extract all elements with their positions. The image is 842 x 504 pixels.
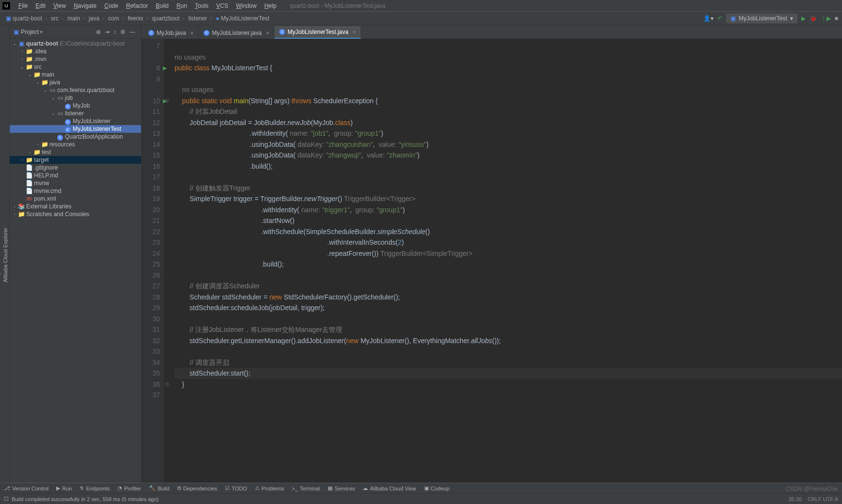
menu-edit[interactable]: Edit xyxy=(32,2,49,9)
code-line-13[interactable]: .withIdentity( name: "job1", group: "gro… xyxy=(175,128,842,139)
tab-MyJobListener.java[interactable]: CMyJobListener.java× xyxy=(199,27,274,39)
debug-icon[interactable]: 🐞 xyxy=(810,15,817,22)
tree-extlib[interactable]: ›📚External Libraries xyxy=(10,203,141,210)
left-tab-project[interactable]: Project xyxy=(0,224,1,286)
code-line-7[interactable] xyxy=(175,41,842,52)
run-config-dropdown[interactable]: ▣ MyJobListenerTest ▾ xyxy=(726,14,797,23)
menu-run[interactable]: Run xyxy=(173,2,191,9)
project-title[interactable]: Project xyxy=(21,29,39,35)
code-line-28[interactable]: Scheduler stdScheduler = new StdSchedule… xyxy=(175,292,842,303)
breadcrumb-java[interactable]: java xyxy=(87,15,106,22)
toolwin-version-control[interactable]: ⎇Version Control xyxy=(4,485,48,491)
tree-item--gitignore[interactable]: 📄.gitignore xyxy=(10,164,141,172)
toolwin-codeup[interactable]: ▣Codeup xyxy=(424,485,450,491)
breadcrumb-MyJobListenerTest[interactable]: ● MyJobListenerTest xyxy=(214,15,271,22)
code-line-22[interactable]: .withSchedule(SimpleScheduleBuilder.simp… xyxy=(175,226,842,237)
tab-MyJobListenerTest.java[interactable]: CMyJobListenerTest.java× xyxy=(274,26,361,39)
code-line-33[interactable] xyxy=(175,346,842,357)
left-tab-alibaba-cloud-explorer[interactable]: Alibaba Cloud Explorer xyxy=(1,224,9,286)
code-line-29[interactable]: stdScheduler.scheduleJob(jobDetail, trig… xyxy=(175,302,842,314)
code-body[interactable]: no usagespublic class MyJobListenerTest … xyxy=(164,39,842,483)
code-line-21[interactable]: .startNow() xyxy=(175,215,842,226)
menu-help[interactable]: Help xyxy=(260,2,280,9)
tree-item-target[interactable]: ›📁target xyxy=(10,156,141,164)
close-icon[interactable]: × xyxy=(191,30,193,36)
menu-vcs[interactable]: VCS xyxy=(212,2,232,9)
code-line-usage[interactable]: no usages xyxy=(175,52,842,63)
code-line-37[interactable] xyxy=(175,390,842,401)
tree-item-pom-xml[interactable]: mpom.xml xyxy=(10,195,141,203)
menu-window[interactable]: Window xyxy=(232,2,261,9)
project-tree[interactable]: ⌄▣quartz-boot E:\Code\mca\quartz-boot›📁.… xyxy=(10,39,141,483)
code-line-25[interactable]: .build(); xyxy=(175,259,842,270)
code-line-11[interactable]: // 封装JobDetail xyxy=(175,106,842,117)
code-line-30[interactable] xyxy=(175,314,842,325)
tree-item-HELP-md[interactable]: 📄HELP.md xyxy=(10,172,141,179)
close-icon[interactable]: × xyxy=(266,30,269,36)
tree-item-listener[interactable]: ⌄▭listener xyxy=(10,110,141,117)
toolwin-endpoints[interactable]: ↯Endpoints xyxy=(79,485,110,491)
toolwin-build[interactable]: 🔨Build xyxy=(149,485,169,491)
tree-root[interactable]: ⌄▣quartz-boot E:\Code\mca\quartz-boot xyxy=(10,40,141,47)
code-line-14[interactable]: .usingJobData( dataKey: "zhangcuishan", … xyxy=(175,139,842,150)
toolwin-terminal[interactable]: >_Terminal xyxy=(292,486,320,491)
toolwin-services[interactable]: ▦Services xyxy=(328,485,355,491)
code-line-16[interactable]: .build(); xyxy=(175,161,842,172)
more-run-icon[interactable]: ⋮▶ xyxy=(821,15,831,22)
tree-item-main[interactable]: ⌄📁main xyxy=(10,71,141,79)
menu-build[interactable]: Build xyxy=(152,2,173,9)
tree-item-mvnw[interactable]: 📄mvnw xyxy=(10,179,141,187)
code-line-34[interactable]: // 调度器开启 xyxy=(175,357,842,368)
run-icon[interactable]: ▶ xyxy=(801,15,806,22)
code-line-36[interactable]: ⊟ } xyxy=(175,379,842,390)
menu-navigate[interactable]: Navigate xyxy=(70,2,100,9)
breadcrumb-listener[interactable]: listener xyxy=(187,15,214,22)
tree-item--idea[interactable]: ›📁.idea xyxy=(10,47,141,55)
user-icon[interactable]: 👤▾ xyxy=(703,15,714,22)
tree-item-MyJob[interactable]: CMyJob xyxy=(10,102,141,110)
tree-item-job[interactable]: ⌄▭job xyxy=(10,94,141,102)
reload-icon[interactable]: ↶ xyxy=(717,15,722,22)
code-line-23[interactable]: .withIntervalInSeconds(2) xyxy=(175,237,842,248)
code-line-17[interactable] xyxy=(175,172,842,183)
close-icon[interactable]: × xyxy=(353,29,356,35)
breadcrumb-quartz-boot[interactable]: ▣ quartz-boot xyxy=(4,15,49,22)
toolwin-profiler[interactable]: ◔Profiler xyxy=(117,485,141,491)
menu-code[interactable]: Code xyxy=(100,2,122,9)
menu-refactor[interactable]: Refactor xyxy=(122,2,152,9)
tree-item--mvn[interactable]: ›📁.mvn xyxy=(10,55,141,63)
menu-file[interactable]: File xyxy=(15,2,32,9)
tree-item-MyJobListenerTest[interactable]: CMyJobListenerTest xyxy=(10,125,141,133)
breadcrumb-quartzboot[interactable]: quartzboot xyxy=(150,15,187,22)
status-position[interactable]: 35:30 xyxy=(789,496,802,502)
tree-item-com-feenix-quartzboot[interactable]: ⌄▭com.feenix.quartzboot xyxy=(10,86,141,94)
code-line-31[interactable]: // 注册JobListener，将Listener交给Manager去管理 xyxy=(175,324,842,335)
code-line-10[interactable]: ⊟ public static void main(String[] args)… xyxy=(175,95,842,107)
code-line-35[interactable]: stdScheduler.start(); xyxy=(175,368,842,379)
tab-MyJob.java[interactable]: CMyJob.java× xyxy=(143,27,199,39)
toolwin-dependencies[interactable]: ⧉Dependencies xyxy=(177,485,217,491)
breadcrumb-com[interactable]: com xyxy=(106,15,126,22)
expand-icon[interactable]: ⇥ xyxy=(103,29,111,35)
gear-icon[interactable]: ⚙ xyxy=(118,29,127,35)
breadcrumb-src[interactable]: src xyxy=(49,15,65,22)
stop-icon[interactable]: ■ xyxy=(835,15,838,22)
toolwin-alibaba-cloud-view[interactable]: ☁Alibaba Cloud View xyxy=(363,485,416,491)
code-line-24[interactable]: .repeatForever()) TriggerBuilder<SimpleT… xyxy=(175,248,842,259)
tree-item-java[interactable]: ⌄📁java xyxy=(10,79,141,86)
code-line-32[interactable]: stdScheduler.getListenerManager().addJob… xyxy=(175,335,842,346)
menu-tools[interactable]: Tools xyxy=(191,2,212,9)
code-line-9[interactable] xyxy=(175,74,842,85)
toolwin-problems[interactable]: ⚠Problems xyxy=(255,485,284,491)
code-line-8[interactable]: public class MyJobListenerTest { xyxy=(175,63,842,74)
tree-item-mvnw-cmd[interactable]: 📄mvnw.cmd xyxy=(10,187,141,195)
code-line-20[interactable]: .withIdentity( name: "trigger1", group: … xyxy=(175,205,842,216)
code-line-19[interactable]: SimpleTrigger trigger = TriggerBuilder.n… xyxy=(175,193,842,205)
status-icon[interactable]: ☐ xyxy=(4,496,9,502)
toolwin-run[interactable]: ▶Run xyxy=(56,485,72,491)
fold-icon[interactable]: ⊟ xyxy=(165,379,169,390)
fold-icon[interactable]: ⊟ xyxy=(165,95,169,107)
breadcrumb-main[interactable]: main xyxy=(65,15,87,22)
select-file-icon[interactable]: ⊕ xyxy=(94,29,103,35)
toolwin-todo[interactable]: ☑TODO xyxy=(225,485,247,491)
